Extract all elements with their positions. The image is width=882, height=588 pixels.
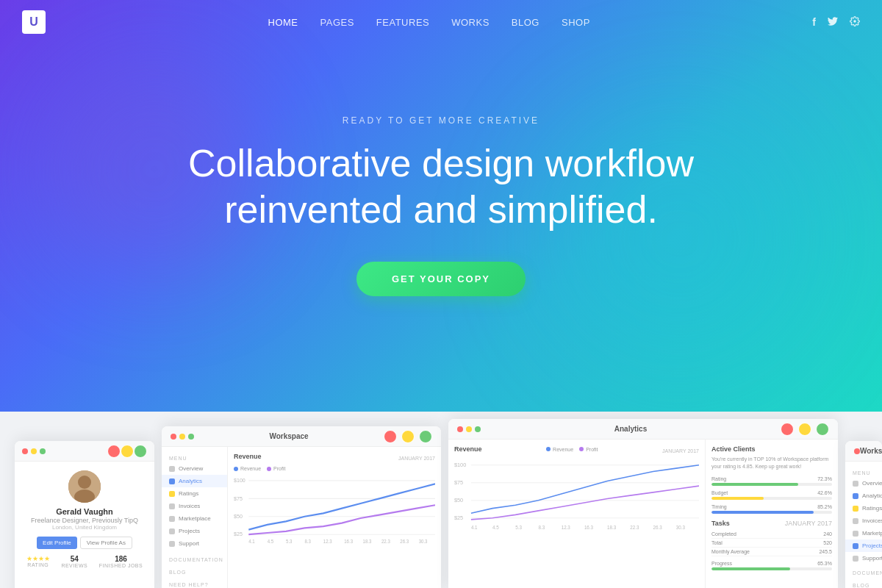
task-total: Total 520 <box>711 539 832 548</box>
nav-blog[interactable]: BLOG <box>512 17 539 28</box>
analytics-sidebar: Active Clients You're currently in TOP 1… <box>706 440 838 588</box>
ws-analytics-icon <box>853 493 858 499</box>
svg-text:$75: $75 <box>454 479 463 486</box>
ws-support-icon <box>853 556 858 562</box>
svg-text:30.3: 30.3 <box>419 539 428 544</box>
workspace-content: MENU Overview Analytics Ratings <box>845 462 882 588</box>
ws-support[interactable]: Support <box>845 552 882 564</box>
ws-projects[interactable]: Projects <box>845 539 882 552</box>
ws-overview[interactable]: Overview <box>845 477 882 490</box>
nav-social: f <box>812 16 860 29</box>
profit-dot <box>579 447 584 451</box>
hero-title: Collaborative design workflow reinvented… <box>188 140 694 232</box>
ratings-icon <box>169 491 175 497</box>
cta-button[interactable]: GET YOUR COPY <box>356 262 526 296</box>
svg-text:30.3: 30.3 <box>676 525 686 530</box>
twitter-icon[interactable] <box>828 16 838 28</box>
sidebar-support[interactable]: Support <box>162 537 227 550</box>
nav-works[interactable]: WORKS <box>451 17 490 28</box>
workspace-sidebar-2: MENU Overview Analytics Ratings <box>845 462 882 588</box>
stat-reviews: 54 <box>61 555 87 563</box>
svg-text:8.3: 8.3 <box>538 525 545 530</box>
card4-header: Workspace <box>845 441 882 462</box>
stat-jobs: 186 <box>99 555 143 563</box>
view-profile-button[interactable]: View Profile As <box>80 537 132 549</box>
profile-name: Gerald Vaughn <box>56 507 113 516</box>
logo[interactable]: U <box>22 10 46 34</box>
analytics-main: Revenue Revenue Profit JANUARY 2017 $100… <box>448 440 706 588</box>
stat-label-jobs: FINISHED JOBS <box>99 563 143 568</box>
ws-overview-icon <box>853 481 858 487</box>
svg-text:8.3: 8.3 <box>304 539 311 544</box>
mini-avatar-9 <box>816 423 829 436</box>
svg-text:18.3: 18.3 <box>607 525 617 530</box>
svg-text:18.3: 18.3 <box>363 539 372 544</box>
mini-avatar-1 <box>107 445 121 458</box>
task-completed: Completed 240 <box>711 530 832 539</box>
chart-date: JANUARY 2017 <box>398 456 435 461</box>
svg-text:$50: $50 <box>454 497 463 503</box>
svg-text:26.3: 26.3 <box>653 525 663 530</box>
sidebar-overview[interactable]: Overview <box>162 462 227 475</box>
revenue-legend-dot <box>234 467 238 471</box>
svg-text:4.5: 4.5 <box>268 539 274 544</box>
svg-text:$75: $75 <box>234 495 243 501</box>
mini-avatar-5 <box>401 430 415 443</box>
svg-point-0 <box>853 20 856 23</box>
chart-title: Revenue <box>234 453 262 460</box>
support-icon <box>169 541 175 547</box>
dot-green-2 <box>188 434 194 440</box>
chart-content: Revenue JANUARY 2017 Revenue Profit <box>228 447 441 588</box>
nav-features[interactable]: FEATURES <box>376 17 429 28</box>
svg-text:12.3: 12.3 <box>323 539 332 544</box>
workspace-card: Workspace MENU Overview Analytics <box>162 426 441 588</box>
sidebar-marketplace[interactable]: Marketplace <box>162 512 227 525</box>
help-label: NEED HELP? <box>162 579 227 588</box>
revenue-chart: $100 $75 $50 $25 4.1 <box>234 474 435 548</box>
mini-avatar-2 <box>121 445 134 458</box>
profit-legend-dot <box>267 467 271 471</box>
dot-yellow-2 <box>179 434 185 440</box>
dot-red-2 <box>171 434 176 440</box>
sidebar-invoices[interactable]: Invoices <box>162 500 227 512</box>
profile-location: London, United Kingdom <box>52 524 117 531</box>
marketplace-icon <box>169 516 175 522</box>
active-clients-title: Active Clients <box>711 445 832 453</box>
svg-text:4.5: 4.5 <box>492 525 499 530</box>
dot-red-4 <box>854 448 860 454</box>
svg-point-2 <box>78 476 91 489</box>
nav-home[interactable]: HOME <box>268 17 298 28</box>
edit-profile-button[interactable]: Edit Profile <box>37 537 77 549</box>
task-monthly: Monthly Average 245.5 <box>711 548 832 556</box>
svg-text:$100: $100 <box>234 477 245 484</box>
ws-projects-icon <box>853 543 858 549</box>
analytics-content: Revenue Revenue Profit JANUARY 2017 $100… <box>448 440 838 588</box>
overview-icon <box>169 466 175 472</box>
dashboard-preview: Gerald Vaughn Freelance Designer, Previo… <box>0 412 882 588</box>
facebook-icon[interactable]: f <box>812 16 816 28</box>
nav-shop[interactable]: SHOP <box>562 17 590 28</box>
svg-text:16.3: 16.3 <box>584 525 594 530</box>
ws-ratings[interactable]: Ratings <box>845 502 882 514</box>
profile-content: Gerald Vaughn Freelance Designer, Previo… <box>15 462 154 577</box>
ws-invoices[interactable]: Invoices <box>845 514 882 527</box>
ws-marketplace[interactable]: Marketplace <box>845 527 882 539</box>
svg-text:$25: $25 <box>454 514 463 521</box>
chart-legend: Revenue Profit <box>234 466 435 471</box>
sidebar-projects[interactable]: Projects <box>162 525 227 537</box>
svg-text:4.1: 4.1 <box>471 525 478 530</box>
settings-icon[interactable] <box>850 16 860 29</box>
mini-avatar-8 <box>798 423 811 436</box>
mini-avatar-4 <box>384 430 397 443</box>
sidebar-analytics[interactable]: Analytics <box>162 475 227 487</box>
active-clients-desc: You're currently in TOP 10% of Workspace… <box>711 456 832 470</box>
ws-blog-label: BLOG <box>845 580 882 588</box>
hero-content: READY TO GET MORE CREATIVE Collaborative… <box>188 115 694 296</box>
mini-avatar-3 <box>134 445 147 458</box>
nav-pages[interactable]: PAGES <box>320 17 354 28</box>
hero-section: U HOME PAGES FEATURES WORKS BLOG SHOP f <box>0 0 882 412</box>
metric-budget: Budget42.6% <box>711 490 832 500</box>
ws-analytics[interactable]: Analytics <box>845 490 882 502</box>
menu-label: MENU <box>162 453 227 462</box>
sidebar-ratings[interactable]: Ratings <box>162 487 227 500</box>
